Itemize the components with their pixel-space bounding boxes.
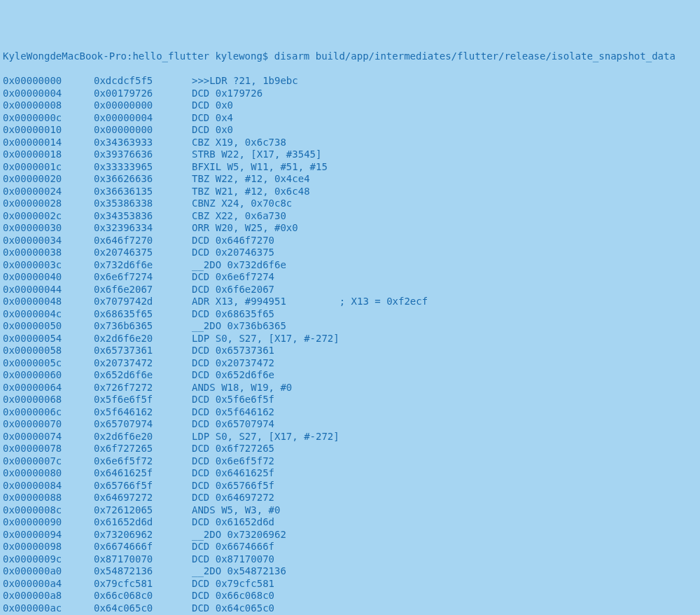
instruction-column: DCD 0x65766f5f <box>192 480 697 492</box>
instruction-column: DCD 0x79cfc581 <box>192 578 697 590</box>
hex-column: 0x35386338 <box>94 198 192 210</box>
instruction-column: DCD 0x20737472 <box>192 357 697 370</box>
address-column: 0x00000040 <box>3 271 94 284</box>
hex-column: 0x6461625f <box>94 467 192 480</box>
instruction-column: >>>LDR ?21, 1b9ebc <box>192 75 697 88</box>
instruction-column: DCD 0x646f7270 <box>192 235 697 247</box>
instruction-column: DCD 0x6f6e2067 <box>192 284 697 296</box>
instruction-column: CBNZ X24, 0x70c8c <box>192 198 697 210</box>
address-column: 0x0000001c <box>3 161 94 174</box>
hex-column: 0x61652d6d <box>94 516 192 529</box>
disasm-row: 0x000000340x646f7270DCD 0x646f7270 <box>3 235 697 247</box>
disasm-row: 0x000000940x73206962__2DO 0x73206962 <box>3 529 697 541</box>
hex-column: 0x00000000 <box>94 124 192 137</box>
instruction-column: DCD 0x6f727265 <box>192 443 697 455</box>
instruction-column: TBZ W22, #12, 0x4ce4 <box>192 173 697 186</box>
instruction-column: DCD 0x66c068c0 <box>192 590 697 602</box>
address-column: 0x0000003c <box>3 259 94 272</box>
address-column: 0x00000008 <box>3 99 94 112</box>
address-column: 0x00000068 <box>3 394 94 406</box>
address-column: 0x00000080 <box>3 467 94 480</box>
hex-column: 0x39376636 <box>94 148 192 161</box>
instruction-column: DCD 0x652d6f6e <box>192 369 697 382</box>
hex-column: 0x72612065 <box>94 504 192 517</box>
hex-column: 0x652d6f6e <box>94 369 192 382</box>
disasm-row: 0x0000005c0x20737472DCD 0x20737472 <box>3 357 697 370</box>
disasm-row: 0x000000600x652d6f6eDCD 0x652d6f6e <box>3 369 697 382</box>
disasm-row: 0x000000000xdcdcf5f5>>>LDR ?21, 1b9ebc <box>3 75 697 88</box>
address-column: 0x00000064 <box>3 382 94 394</box>
hex-column: 0x65766f5f <box>94 480 192 492</box>
instruction-column: ANDS W18, W19, #0 <box>192 382 697 394</box>
disassembly-output: 0x000000000xdcdcf5f5>>>LDR ?21, 1b9ebc0x… <box>3 75 697 615</box>
instruction-column: DCD 0x5f6e6f5f <box>192 394 697 406</box>
instruction-column: DCD 0x6461625f <box>192 467 697 480</box>
instruction-column: DCD 0x0 <box>192 99 697 112</box>
address-column: 0x00000014 <box>3 137 94 149</box>
address-column: 0x00000020 <box>3 173 94 186</box>
instruction-column: DCD 0x61652d6d <box>192 516 697 529</box>
disasm-row: 0x0000008c0x72612065ANDS W5, W3, #0 <box>3 504 697 517</box>
disasm-row: 0x000000980x6674666fDCD 0x6674666f <box>3 541 697 553</box>
hex-column: 0x7079742d <box>94 296 192 308</box>
address-column: 0x000000a0 <box>3 565 94 578</box>
address-column: 0x00000054 <box>3 333 94 345</box>
disasm-row: 0x000000440x6f6e2067DCD 0x6f6e2067 <box>3 284 697 296</box>
disasm-row: 0x000000300x32396334ORR W20, W25, #0x0 <box>3 222 697 235</box>
hex-column: 0x6f727265 <box>94 443 192 455</box>
disasm-row: 0x000000240x36636135TBZ W21, #12, 0x6c48 <box>3 186 697 198</box>
instruction-column: CBZ X22, 0x6a730 <box>192 210 697 223</box>
hex-column: 0x6674666f <box>94 541 192 553</box>
address-column: 0x0000004c <box>3 308 94 321</box>
prompt-text: KyleWongdeMacBook-Pro:hello_flutter kyle… <box>3 50 676 63</box>
hex-column: 0x5f6e6f5f <box>94 394 192 406</box>
hex-column: 0x68635f65 <box>94 308 192 321</box>
instruction-column: DCD 0x6674666f <box>192 541 697 553</box>
address-column: 0x00000034 <box>3 235 94 247</box>
hex-column: 0x00000004 <box>94 112 192 125</box>
hex-column: 0x32396334 <box>94 222 192 235</box>
hex-column: 0x2d6f6e20 <box>94 333 192 345</box>
hex-column: 0x36636135 <box>94 186 192 198</box>
address-column: 0x0000007c <box>3 455 94 468</box>
hex-column: 0x6e6f7274 <box>94 271 192 284</box>
hex-column: 0x5f646162 <box>94 406 192 419</box>
disasm-row: 0x0000003c0x732d6f6e__2DO 0x732d6f6e <box>3 259 697 272</box>
hex-column: 0x64697272 <box>94 492 192 504</box>
disasm-row: 0x000000800x6461625fDCD 0x6461625f <box>3 467 697 480</box>
instruction-column: __2DO 0x736b6365 <box>192 320 697 333</box>
hex-column: 0x726f7272 <box>94 382 192 394</box>
disasm-row: 0x000000680x5f6e6f5fDCD 0x5f6e6f5f <box>3 394 697 406</box>
hex-column: 0x736b6365 <box>94 320 192 333</box>
disasm-row: 0x0000009c0x87170070DCD 0x87170070 <box>3 553 697 566</box>
disasm-row: 0x000000740x2d6f6e20LDP S0, S27, [X17, #… <box>3 431 697 443</box>
hex-column: 0x34363933 <box>94 137 192 149</box>
address-column: 0x00000004 <box>3 88 94 100</box>
instruction-column: DCD 0x4 <box>192 112 697 125</box>
address-column: 0x0000005c <box>3 357 94 370</box>
address-column: 0x00000050 <box>3 320 94 333</box>
disasm-row: 0x000000100x00000000DCD 0x0 <box>3 124 697 137</box>
hex-column: 0x34353836 <box>94 210 192 223</box>
instruction-column: __2DO 0x54872136 <box>192 565 697 578</box>
disasm-row: 0x000000840x65766f5fDCD 0x65766f5f <box>3 480 697 492</box>
disasm-row: 0x000000a80x66c068c0DCD 0x66c068c0 <box>3 590 697 602</box>
disasm-row: 0x0000007c0x6e6f5f72DCD 0x6e6f5f72 <box>3 455 697 468</box>
disasm-row: 0x000000a40x79cfc581DCD 0x79cfc581 <box>3 578 697 590</box>
hex-column: 0x73206962 <box>94 529 192 541</box>
hex-column: 0xdcdcf5f5 <box>94 75 192 88</box>
disasm-row: 0x000000080x00000000DCD 0x0 <box>3 99 697 112</box>
hex-column: 0x65707974 <box>94 418 192 431</box>
hex-column: 0x65737361 <box>94 345 192 357</box>
hex-column: 0x20737472 <box>94 357 192 370</box>
disasm-row: 0x000000400x6e6f7274DCD 0x6e6f7274 <box>3 271 697 284</box>
address-column: 0x00000024 <box>3 186 94 198</box>
instruction-column: TBZ W21, #12, 0x6c48 <box>192 186 697 198</box>
address-column: 0x000000ac <box>3 602 94 615</box>
instruction-column: DCD 0x6e6f7274 <box>192 271 697 284</box>
disasm-row: 0x000000200x36626636TBZ W22, #12, 0x4ce4 <box>3 173 697 186</box>
instruction-column: DCD 0x6e6f5f72 <box>192 455 697 468</box>
hex-column: 0x20746375 <box>94 247 192 259</box>
hex-column: 0x00000000 <box>94 99 192 112</box>
disasm-row: 0x000000700x65707974DCD 0x65707974 <box>3 418 697 431</box>
